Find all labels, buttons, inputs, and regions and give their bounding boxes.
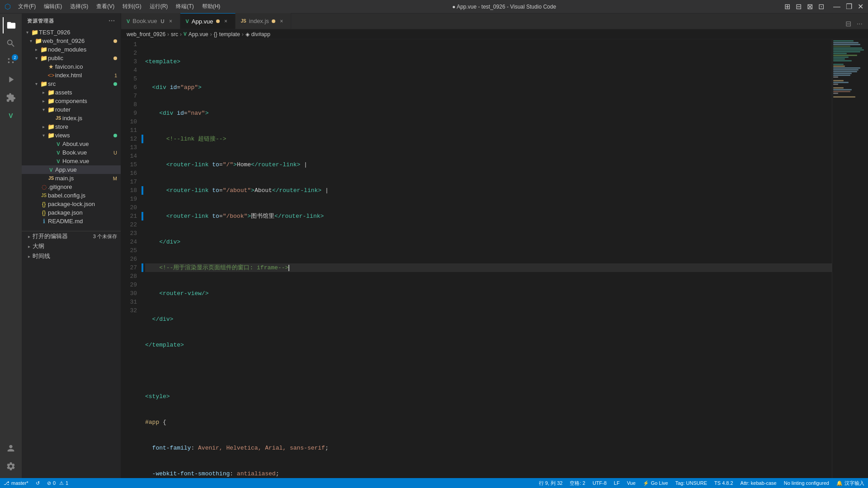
sidebar-item-gitignore[interactable]: ▸ ◌ .gitignore bbox=[22, 183, 121, 191]
code-token: </div> bbox=[152, 315, 174, 324]
breadcrumb-src[interactable]: src bbox=[171, 31, 178, 38]
sidebar-timeline[interactable]: ▸ 时间线 bbox=[22, 251, 121, 261]
sidebar-item-favicon[interactable]: ▸ ★ favicon.ico bbox=[22, 62, 121, 71]
folder-label: assets bbox=[55, 89, 121, 96]
statusbar-sync[interactable]: ↺ bbox=[32, 478, 43, 488]
sidebar-item-views[interactable]: ▾ 📁 views bbox=[22, 131, 121, 140]
statusbar-position[interactable]: 行 9, 列 32 bbox=[535, 478, 566, 488]
minimize-button[interactable]: — bbox=[833, 3, 840, 11]
file-label: favicon.ico bbox=[55, 63, 121, 70]
sidebar-item-package-lock[interactable]: ▸ {} package-lock.json bbox=[22, 200, 121, 208]
sidebar-item-readme[interactable]: ▸ ℹ README.md bbox=[22, 217, 121, 225]
statusbar-eol[interactable]: LF bbox=[610, 478, 623, 488]
vue-tab-icon: V bbox=[127, 19, 130, 24]
statusbar-branch[interactable]: ⎇ master* bbox=[0, 478, 32, 488]
tab-close-button[interactable]: × bbox=[222, 18, 230, 25]
modified-dot bbox=[113, 134, 117, 137]
source-control-activity-icon[interactable]: 2 bbox=[3, 53, 19, 70]
statusbar-golive[interactable]: ⚡ Go Live bbox=[639, 478, 672, 488]
code-token: | bbox=[300, 160, 307, 169]
sidebar-item-router-index[interactable]: ▸ JS index.js bbox=[22, 114, 121, 122]
search-activity-icon[interactable] bbox=[3, 35, 19, 52]
sidebar-item-home-vue[interactable]: ▸ V Home.vue bbox=[22, 157, 121, 165]
sidebar-open-editors[interactable]: ▸ 打开的编辑器 3 个未保存 bbox=[22, 231, 121, 241]
menu-goto[interactable]: 转到(G) bbox=[119, 2, 145, 11]
code-token: </template> bbox=[145, 341, 184, 349]
sidebar-item-node-modules[interactable]: ▸ 📁 node_modules bbox=[22, 45, 121, 54]
restore-button[interactable]: ❐ bbox=[846, 2, 852, 11]
folder-icon: 📁 bbox=[40, 80, 48, 87]
menu-select[interactable]: 选择(S) bbox=[66, 2, 92, 11]
settings-icon[interactable] bbox=[3, 458, 19, 474]
run-activity-icon[interactable] bbox=[3, 71, 19, 88]
menu-run[interactable]: 运行(R) bbox=[146, 2, 172, 11]
breadcrumb-web-front[interactable]: web_front_0926 bbox=[127, 31, 165, 38]
breadcrumb-template[interactable]: {} template bbox=[214, 31, 240, 38]
breadcrumb-div-app[interactable]: ◈ div#app bbox=[245, 31, 270, 38]
sidebar-outline[interactable]: ▸ 大纲 bbox=[22, 241, 121, 251]
menu-help[interactable]: 帮助(H) bbox=[198, 2, 224, 11]
code-token bbox=[145, 263, 159, 272]
menu-terminal[interactable]: 终端(T) bbox=[172, 2, 197, 11]
sidebar-item-main-js[interactable]: ▸ JS main.js M bbox=[22, 174, 121, 183]
tree-root[interactable]: ▾ 📁 TEST_0926 bbox=[22, 28, 121, 37]
sidebar-item-components[interactable]: ▸ 📁 components bbox=[22, 97, 121, 105]
menu-file[interactable]: 文件(F) bbox=[14, 2, 39, 11]
tab-close-button[interactable]: × bbox=[167, 18, 175, 25]
sidebar-item-package[interactable]: ▸ {} package.json bbox=[22, 208, 121, 217]
sidebar-item-store[interactable]: ▸ 📁 store bbox=[22, 122, 121, 131]
sidebar-item-index-html[interactable]: ▸ <> index.html 1 bbox=[22, 71, 121, 80]
sidebar-item-babel[interactable]: ▸ JS babel.config.js bbox=[22, 191, 121, 200]
code-editor[interactable]: <template> <div id="app"> <div id="nav">… bbox=[142, 39, 832, 478]
statusbar-linting[interactable]: No linting configured bbox=[780, 478, 833, 488]
sidebar-item-assets[interactable]: ▸ 📁 assets bbox=[22, 88, 121, 97]
text-cursor bbox=[288, 265, 289, 271]
more-actions-icon[interactable]: ··· bbox=[855, 19, 864, 29]
statusbar-tag[interactable]: Tag: UNSURE bbox=[672, 478, 711, 488]
file-badge: U bbox=[113, 150, 117, 155]
sidebar-item-about-vue[interactable]: ▸ V About.vue bbox=[22, 140, 121, 148]
code-token: </router-link> bbox=[251, 160, 300, 169]
sidebar-item-web-front[interactable]: ▾ 📁 web_front_0926 bbox=[22, 37, 121, 45]
split-editor-icon[interactable]: ⊟ bbox=[844, 19, 853, 29]
tab-close-button[interactable]: × bbox=[278, 18, 285, 25]
layout-icon-3[interactable]: ⊠ bbox=[807, 2, 813, 11]
account-icon[interactable] bbox=[3, 440, 19, 456]
statusbar-language[interactable]: Vue bbox=[623, 478, 639, 488]
code-token: > bbox=[247, 212, 251, 221]
sidebar-item-public[interactable]: ▾ 📁 public bbox=[22, 54, 121, 62]
layout-icon-4[interactable]: ⊡ bbox=[818, 2, 824, 11]
breadcrumb: web_front_0926 › src › V App.vue › {} te… bbox=[121, 29, 868, 39]
extensions-activity-icon[interactable] bbox=[3, 89, 19, 106]
code-token: > bbox=[205, 109, 209, 117]
window-controls: ⊞ ⊟ ⊠ ⊡ — ❐ ✕ bbox=[784, 2, 863, 11]
statusbar-bell[interactable]: 🔔 汉字输入 bbox=[833, 478, 868, 488]
menu-view[interactable]: 查看(V) bbox=[93, 2, 118, 11]
statusbar-attr[interactable]: Attr: kebab-case bbox=[737, 478, 780, 488]
vue-activity-icon[interactable]: V bbox=[3, 108, 19, 124]
breadcrumb-app-vue[interactable]: V App.vue bbox=[184, 31, 208, 38]
menu-edit[interactable]: 编辑(E) bbox=[40, 2, 66, 11]
tab-unsaved-indicator: U bbox=[161, 19, 165, 24]
statusbar-spaces[interactable]: 空格: 2 bbox=[566, 478, 589, 488]
statusbar-ts[interactable]: TS 4.8.2 bbox=[711, 478, 737, 488]
explorer-activity-icon[interactable] bbox=[3, 17, 19, 33]
tab-index-js[interactable]: JS index.js × bbox=[236, 13, 291, 29]
code-line-5: <router-link to="/">Home</router-link> | bbox=[145, 160, 832, 169]
statusbar-encoding[interactable]: UTF-8 bbox=[589, 478, 610, 488]
json-file-icon: {} bbox=[40, 201, 48, 207]
tab-book-vue[interactable]: V Book.vue U × bbox=[121, 13, 180, 29]
layout-icon-1[interactable]: ⊞ bbox=[784, 2, 790, 11]
tab-app-vue[interactable]: V App.vue × bbox=[180, 13, 236, 29]
arrow-icon: ▸ bbox=[33, 47, 40, 52]
sidebar-item-router[interactable]: ▾ 📁 router bbox=[22, 105, 121, 114]
layout-icon-2[interactable]: ⊟ bbox=[796, 2, 802, 11]
sidebar-item-book-vue[interactable]: ▸ V Book.vue U bbox=[22, 148, 121, 157]
code-token: </div> bbox=[159, 238, 180, 246]
minimap-line bbox=[833, 87, 844, 89]
statusbar-errors[interactable]: ⊘ 0 ⚠ 1 bbox=[43, 478, 72, 488]
close-button[interactable]: ✕ bbox=[858, 2, 863, 11]
sidebar-item-app-vue[interactable]: ▸ V App.vue bbox=[22, 165, 121, 174]
sidebar-more-icon[interactable]: ··· bbox=[108, 17, 115, 24]
sidebar-item-src[interactable]: ▾ 📁 src bbox=[22, 80, 121, 88]
